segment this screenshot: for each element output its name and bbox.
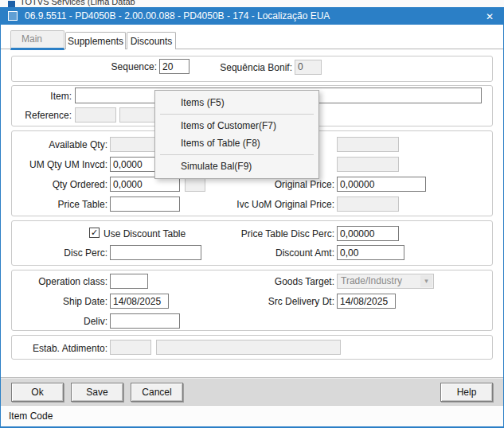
reference-field-1 [75,107,116,123]
sequence-label: Sequence: [61,61,157,72]
right-qty-field-2 [337,157,399,172]
help-button[interactable]: Help [440,383,493,402]
app-icon [8,1,15,7]
ivc-uom-original-price-field [337,196,399,212]
src-delivery-dt-label: Src Delivery Dt: [239,296,334,307]
menu-item-items-of-customer-f7[interactable]: Items of Customer(F7) [155,117,318,134]
titlebar[interactable]: 06.9.5511 - PD4050B - 2.00.00.088 - PD40… [1,8,503,25]
deliv-label: Deliv: [12,316,107,327]
goods-target-value: Trade/Industry [341,275,402,286]
menu-separator [160,114,314,115]
ivc-uom-original-price-label: Ivc UoM Original Price: [223,199,334,210]
estab-name-field [156,340,341,355]
um-qty-label: UM Qty UM Invcd: [8,159,107,170]
price-table-input[interactable] [110,196,180,212]
original-price-label: Original Price: [239,179,334,190]
cancel-button[interactable]: Cancel [131,383,183,402]
qty-ordered-label: Qty Ordered: [12,179,107,190]
context-menu: Items (F5) Items of Customer(F7) Items o… [154,90,319,179]
screen: TOTVS Services (Lima Datab 06.9.5511 - P… [0,0,504,428]
statusbar: Item Code [1,405,503,426]
close-button[interactable]: ✕ [476,8,503,25]
background-window-strip[interactable]: TOTVS Services (Lima Datab [0,0,504,7]
menu-separator [160,154,314,155]
group-discount [11,220,493,266]
check-icon: ✓ [91,228,98,237]
status-text: Item Code [9,410,53,422]
src-delivery-dt-input[interactable] [337,294,396,309]
available-qty-label: Available Qty: [12,139,107,150]
use-discount-table-label: Use Discount Table [104,228,186,239]
close-icon: ✕ [486,11,494,22]
deliv-input[interactable] [110,313,180,329]
price-table-disc-perc-label: Price Table Disc Perc: [223,228,334,239]
button-bar: Ok Save Cancel Help [1,377,503,405]
window-title: 06.9.5511 - PD4050B - 2.00.00.088 - PD40… [25,10,330,21]
price-table-label: Price Table: [12,199,107,210]
goods-target-select: Trade/Industry ▾ [337,274,434,289]
ok-button[interactable]: Ok [11,383,64,402]
disc-perc-input[interactable] [110,245,201,260]
operation-class-input[interactable] [110,274,148,289]
tab-discounts[interactable]: Discounts [127,32,176,49]
price-table-disc-perc-input[interactable] [337,226,399,241]
menu-item-items-of-table-f8[interactable]: Items of Table (F8) [155,134,318,152]
menu-item-items-f5[interactable]: Items (F5) [155,94,318,111]
discount-amt-input[interactable] [337,245,404,260]
discount-amt-label: Discount Amt: [239,247,334,259]
menu-item-simulate-bal-f9[interactable]: Simulate Bal(F9) [155,158,318,175]
chevron-down-icon: ▾ [420,275,432,287]
tab-supplements[interactable]: Supplements [65,32,126,49]
item-label: Item: [8,91,72,102]
goods-target-label: Goods Target: [239,276,334,287]
tabstrip: Main Supplements Discounts [1,30,503,49]
background-window-title: TOTVS Services (Lima Datab [20,0,135,6]
ship-date-label: Ship Date: [12,296,107,307]
save-button[interactable]: Save [71,383,123,402]
sequencia-bonif-label: Sequência Bonif: [205,62,292,73]
original-price-input[interactable] [337,177,426,192]
window-icon [8,11,18,21]
sequencia-bonif-field: 0 [295,60,322,75]
estab-code-field [110,340,151,355]
ship-date-input[interactable] [110,294,169,309]
reference-label: Reference: [8,110,72,121]
sequence-input[interactable] [159,59,189,74]
estab-atdimento-label: Estab. Atdimento: [8,343,107,354]
use-discount-table-checkbox[interactable]: ✓ [89,228,100,238]
right-qty-field-1 [337,137,399,152]
operation-class-label: Operation class: [12,276,107,287]
tab-main[interactable]: Main [10,30,64,50]
disc-perc-label: Disc Perc: [12,247,107,259]
